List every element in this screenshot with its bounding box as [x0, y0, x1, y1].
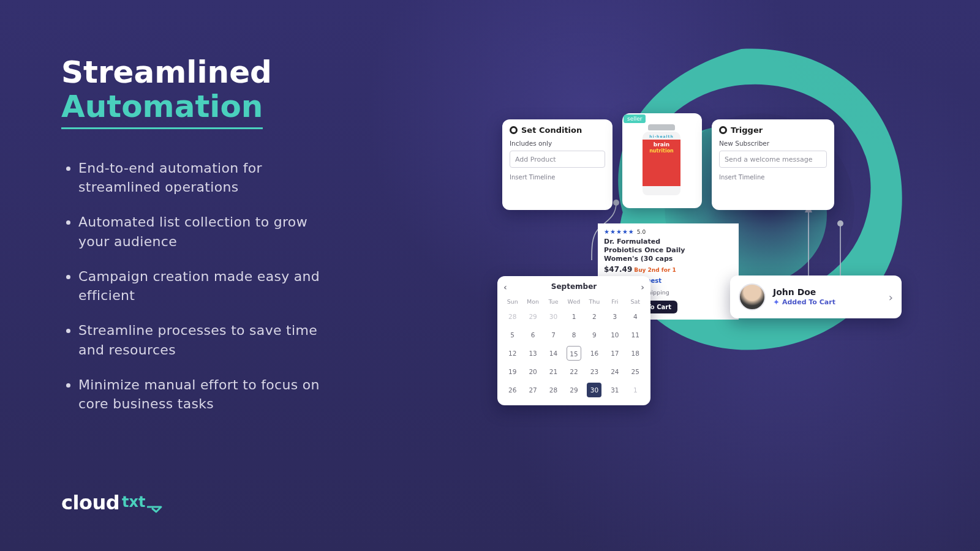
calendar-card: ‹ September › SunMonTueWedThuFriSat 2829… — [497, 276, 650, 405]
ring-icon — [719, 126, 727, 134]
calendar-day-cell[interactable]: 3 — [605, 307, 625, 326]
product-image-card: seller hi-health brain nutrition — [622, 113, 702, 208]
bullet-item: Minimize manual effort to focus on core … — [78, 375, 342, 413]
calendar-day-cell[interactable]: 6 — [522, 326, 543, 344]
svg-point-4 — [613, 200, 619, 206]
logo-underline-icon — [147, 506, 164, 513]
set-condition-title: Set Condition — [510, 126, 605, 135]
calendar-day-cell[interactable]: 24 — [605, 362, 625, 381]
product-title: Dr. Formulated Probiotics Once Daily Wom… — [604, 238, 690, 263]
calendar-day-header: Mon — [522, 296, 543, 307]
calendar-day-cell[interactable]: 21 — [543, 362, 564, 381]
slide-heading: Streamlined Automation — [61, 55, 404, 129]
calendar-day-cell[interactable]: 14 — [543, 344, 564, 362]
calendar-day-header: Tue — [543, 296, 564, 307]
trigger-title: Trigger — [719, 126, 827, 135]
rating-stars: ★★★★★5.0 — [604, 228, 733, 235]
trigger-message-input[interactable]: Send a welcome message — [719, 151, 827, 168]
calendar-day-cell[interactable]: 29 — [522, 307, 543, 326]
calendar-day-cell[interactable]: 26 — [502, 381, 522, 399]
trigger-subtitle: New Subscriber — [719, 140, 827, 147]
brand-logo: cloud txt — [61, 491, 165, 514]
calendar-day-header: Sun — [502, 296, 522, 307]
calendar-day-cell[interactable]: 22 — [564, 362, 584, 381]
calendar-day-cell[interactable]: 29 — [564, 381, 584, 399]
set-condition-subtitle: Includes only — [510, 140, 605, 147]
calendar-day-cell[interactable]: 11 — [625, 326, 646, 344]
customer-name: John Doe — [773, 287, 835, 297]
bullet-item: Streamline processes to save time and re… — [78, 321, 342, 359]
calendar-day-cell[interactable]: 19 — [502, 362, 522, 381]
heading-line2: Automation — [61, 89, 263, 129]
trigger-card: Trigger New Subscriber Send a welcome me… — [712, 119, 834, 210]
chevron-right-icon: › — [889, 291, 893, 304]
calendar-day-cell[interactable]: 1 — [625, 381, 646, 399]
calendar-day-cell[interactable]: 7 — [543, 326, 564, 344]
calendar-day-cell[interactable]: 31 — [605, 381, 625, 399]
calendar-day-cell[interactable]: 23 — [584, 362, 605, 381]
calendar-day-cell[interactable]: 30 — [543, 307, 564, 326]
calendar-day-cell[interactable]: 17 — [605, 344, 625, 362]
calendar-day-cell[interactable]: 8 — [564, 326, 584, 344]
calendar-day-cell[interactable]: 4 — [625, 307, 646, 326]
calendar-day-cell[interactable]: 1 — [564, 307, 584, 326]
calendar-day-cell[interactable]: 28 — [502, 307, 522, 326]
calendar-day-cell[interactable]: 5 — [502, 326, 522, 344]
calendar-day-header: Fri — [605, 296, 625, 307]
calendar-day-cell[interactable]: 13 — [522, 344, 543, 362]
calendar-grid: SunMonTueWedThuFriSat 282930123456789101… — [502, 296, 646, 399]
calendar-day-cell[interactable]: 12 — [502, 344, 522, 362]
calendar-day-cell[interactable]: 28 — [543, 381, 564, 399]
insert-timeline-link[interactable]: Insert Timeline — [719, 174, 827, 181]
insert-timeline-link[interactable]: Insert Timeline — [510, 174, 605, 181]
calendar-day-cell[interactable]: 30 — [584, 381, 605, 399]
logo-cloud: cloud — [61, 491, 119, 514]
calendar-day-header: Wed — [564, 296, 584, 307]
avatar — [739, 283, 766, 310]
set-condition-card: Set Condition Includes only Add Product … — [502, 119, 612, 210]
calendar-day-cell[interactable]: 2 — [584, 307, 605, 326]
product-price: $47.49Buy 2nd for 1 — [604, 265, 733, 274]
calendar-day-cell[interactable]: 16 — [584, 344, 605, 362]
add-product-input[interactable]: Add Product — [510, 151, 605, 168]
logo-txt: txt — [122, 493, 145, 511]
bullet-list: End-to-end automation for streamlined op… — [78, 159, 404, 413]
calendar-day-cell[interactable]: 25 — [625, 362, 646, 381]
calendar-day-cell[interactable]: 20 — [522, 362, 543, 381]
bestseller-badge: seller — [624, 114, 646, 123]
calendar-next-button[interactable]: › — [641, 282, 644, 292]
heading-line1: Streamlined — [61, 55, 404, 89]
calendar-day-cell[interactable]: 15 — [564, 344, 584, 362]
product-bottle-icon: hi-health brain nutrition — [639, 124, 684, 203]
bullet-item: Campaign creation made easy and efficien… — [78, 267, 342, 305]
calendar-day-header: Thu — [584, 296, 605, 307]
ring-icon — [510, 126, 518, 134]
calendar-day-header: Sat — [625, 296, 646, 307]
bullet-item: Automated list collection to grow your a… — [78, 212, 342, 250]
bullet-item: End-to-end automation for streamlined op… — [78, 159, 342, 197]
customer-activity-card[interactable]: John Doe ✦Added To Cart › — [730, 276, 902, 318]
calendar-day-cell[interactable]: 9 — [584, 326, 605, 344]
calendar-day-cell[interactable]: 27 — [522, 381, 543, 399]
sparkle-icon: ✦ — [773, 298, 780, 307]
customer-action: ✦Added To Cart — [773, 298, 835, 307]
svg-point-6 — [837, 220, 843, 227]
calendar-day-cell[interactable]: 18 — [625, 344, 646, 362]
calendar-day-cell[interactable]: 10 — [605, 326, 625, 344]
